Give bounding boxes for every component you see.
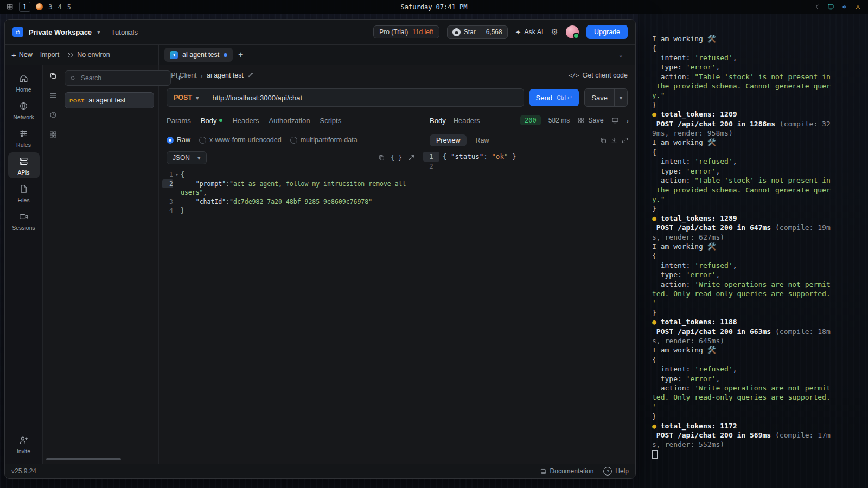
- get-client-code-button[interactable]: </> Get client code: [569, 72, 628, 79]
- history-icon[interactable]: [49, 111, 58, 121]
- send-button[interactable]: Send Ctrl ↵: [529, 89, 579, 106]
- tab-headers[interactable]: Headers: [232, 117, 259, 125]
- request-editor[interactable]: 1▾{2 "prompt":"act as agent, follow my i…: [159, 167, 423, 464]
- tab-body[interactable]: Body: [201, 117, 223, 125]
- app-toolbar: +New Import No environ ai agent test + ⌄: [5, 45, 635, 65]
- request-list-item[interactable]: POSTai agent test: [65, 92, 154, 108]
- workspace-4[interactable]: 4: [58, 3, 61, 11]
- settings-gear-icon[interactable]: ⚙: [551, 27, 558, 37]
- add-tab-button[interactable]: +: [238, 50, 243, 60]
- volume-icon[interactable]: [841, 3, 848, 10]
- terminal-line: POST /api/chat 200 in 569ms (compile: 17…: [652, 431, 861, 440]
- terminal-line: ': [652, 402, 861, 412]
- api-client-window: Private Workspace ▾ Tutorials Pro (Trial…: [4, 19, 636, 479]
- rail-item-rules[interactable]: Rules: [8, 125, 40, 151]
- save-split-button[interactable]: Save ▾: [584, 88, 628, 107]
- environment-selector[interactable]: No environ: [67, 51, 110, 59]
- collapse-panel-chevron-icon[interactable]: ›: [627, 117, 629, 125]
- rail-item-home[interactable]: Home: [8, 69, 40, 95]
- settings-sun-icon[interactable]: [854, 3, 861, 10]
- terminal-window[interactable]: I am working 🛠️{ intent: 'refused', type…: [638, 14, 868, 488]
- help-link[interactable]: ? Help: [603, 467, 629, 476]
- documentation-link[interactable]: Documentation: [540, 467, 594, 475]
- editor-line: 3 "chatId":"dc7de982-7a20-48bf-9285-9e86…: [162, 197, 423, 207]
- response-body[interactable]: 1{ "status": "ok" }2: [423, 150, 635, 464]
- tab-scripts[interactable]: Scripts: [320, 117, 341, 125]
- workspace-name[interactable]: Private Workspace: [29, 28, 92, 36]
- app-icon[interactable]: [36, 3, 43, 10]
- sessions-icon: [18, 211, 29, 223]
- view-preview-tab[interactable]: Preview: [430, 134, 467, 146]
- editor-line: 4}: [162, 206, 423, 215]
- response-tab-body[interactable]: Body: [430, 117, 446, 125]
- rail-item-sessions[interactable]: Sessions: [8, 208, 40, 234]
- tab-params[interactable]: Params: [167, 117, 191, 125]
- language-select[interactable]: JSON▾: [167, 151, 207, 164]
- method-select[interactable]: POST▾: [167, 89, 206, 106]
- rules-icon: [18, 129, 29, 140]
- rail-item-apis[interactable]: APIs: [8, 152, 40, 178]
- copy-response-icon[interactable]: [599, 137, 607, 144]
- environments-icon[interactable]: [49, 91, 58, 101]
- expand-response-icon[interactable]: [621, 137, 629, 144]
- search-box[interactable]: [65, 70, 171, 86]
- terminal-line: POST /api/chat 200 in 663ms (compile: 18…: [652, 327, 861, 336]
- import-button[interactable]: Import: [40, 51, 59, 59]
- url-input[interactable]: [206, 94, 524, 102]
- terminal-line: ● total_tokens: 1172: [652, 421, 861, 431]
- workspace-current[interactable]: 1: [19, 2, 30, 12]
- save-response-button[interactable]: Save: [577, 117, 604, 124]
- plan-badge[interactable]: Pro (Trial) 11d left: [373, 25, 439, 38]
- monitor-icon[interactable]: [611, 117, 619, 124]
- format-code-icon[interactable]: { }: [391, 154, 402, 162]
- desktop: { "system_bar": { "time": "Saturday 07:4…: [0, 0, 868, 488]
- rail-item-network[interactable]: Network: [8, 97, 40, 123]
- copy-body-icon[interactable]: [378, 154, 385, 162]
- save-menu-chevron-icon[interactable]: ▾: [614, 89, 627, 106]
- upgrade-button[interactable]: Upgrade: [586, 25, 628, 39]
- github-star-widget[interactable]: Star 6,568: [447, 25, 508, 39]
- chevron-left-icon[interactable]: [814, 3, 821, 10]
- breadcrumb: API Client › ai agent test </> Get clien…: [159, 65, 635, 86]
- terminal-line: intent: 'refused',: [652, 53, 861, 62]
- workspace-3[interactable]: 3: [48, 3, 52, 11]
- display-icon[interactable]: [827, 3, 834, 10]
- body-mode-raw[interactable]: Raw: [167, 136, 190, 144]
- download-response-icon[interactable]: [610, 137, 618, 144]
- chevron-down-icon[interactable]: ▾: [97, 29, 100, 36]
- tab-authorization[interactable]: Authorization: [269, 117, 310, 125]
- search-icon: [69, 75, 76, 82]
- rename-pencil-icon[interactable]: [247, 71, 254, 80]
- rail-item-invite[interactable]: Invite: [8, 431, 40, 457]
- workspace-5[interactable]: 5: [67, 3, 71, 11]
- response-tab-headers[interactable]: Headers: [454, 117, 480, 125]
- body-mode-x-www-form-urlencoded[interactable]: x-www-form-urlencoded: [199, 136, 282, 144]
- body-mode-multipart-form-data[interactable]: multipart/form-data: [290, 136, 358, 144]
- terminal-line: the provided schema. Cannot generate que…: [652, 185, 861, 195]
- ask-ai-button[interactable]: ✦ Ask AI: [515, 28, 544, 36]
- send-shortcut: Ctrl ↵: [557, 94, 572, 101]
- user-avatar[interactable]: [566, 25, 579, 38]
- add-request-button[interactable]: +: [175, 73, 183, 83]
- search-input[interactable]: [80, 74, 166, 82]
- launcher-icon[interactable]: [7, 3, 14, 10]
- terminal-line: I am working 🛠️: [652, 138, 861, 147]
- rail-item-files[interactable]: Files: [8, 180, 40, 206]
- nav-tutorials[interactable]: Tutorials: [111, 28, 138, 36]
- workspace-switcher[interactable]: 1 345: [7, 2, 71, 12]
- open-tab-ai-agent-test[interactable]: ai agent test: [164, 48, 233, 62]
- expand-editor-icon[interactable]: [407, 154, 415, 162]
- collections-icon[interactable]: [49, 72, 58, 82]
- templates-grid-icon[interactable]: [49, 130, 58, 140]
- tab-list-chevron-icon[interactable]: ⌄: [612, 52, 630, 59]
- app-version: v25.9.24: [11, 467, 36, 475]
- plan-days-left: 11d left: [412, 28, 433, 36]
- save-label[interactable]: Save: [585, 94, 614, 102]
- new-button[interactable]: +New: [11, 51, 33, 59]
- sidebar-hscrollbar[interactable]: [46, 458, 121, 460]
- editor-line: 2 "prompt":"act as agent, follow my intr…: [162, 179, 423, 197]
- terminal-line: ● total_tokens: 1209: [652, 110, 861, 119]
- view-raw-tab[interactable]: Raw: [470, 134, 494, 146]
- home-icon: [18, 73, 29, 85]
- terminal-line: ● total_tokens: 1188: [652, 317, 861, 326]
